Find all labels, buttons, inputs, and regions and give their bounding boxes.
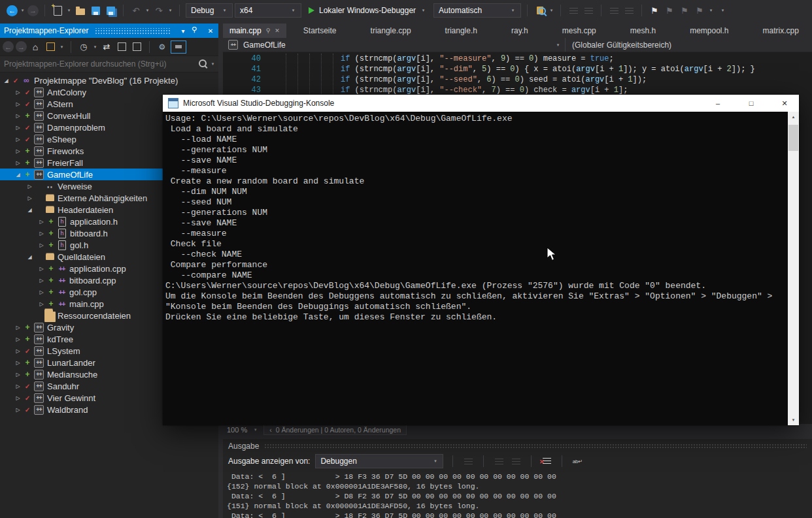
- scroll-down-icon[interactable]: ▼: [788, 415, 799, 425]
- explorer-forward-icon[interactable]: →: [16, 41, 27, 52]
- open-file-icon[interactable]: [74, 3, 87, 18]
- codelens-indicator[interactable]: ‹ 0 Änderungen | 0 Autoren, 0 Änderungen: [263, 425, 407, 435]
- search-caret-icon[interactable]: ▾: [210, 61, 216, 67]
- start-debugging-button[interactable]: Lokaler Windows-Debugger ▾: [303, 3, 431, 18]
- tree-collapsed-icon[interactable]: ▷: [14, 395, 22, 401]
- indent-decrease-icon[interactable]: [567, 3, 580, 18]
- save-icon[interactable]: [89, 3, 102, 18]
- redo-icon[interactable]: ↷: [152, 3, 165, 18]
- tab-mempool.h[interactable]: mempool.h: [673, 24, 745, 38]
- output-panel-header[interactable]: Ausgabe: [223, 439, 812, 453]
- redo-caret-icon[interactable]: ▾: [167, 8, 173, 13]
- solution-configuration-combo[interactable]: Debug ▾: [186, 3, 233, 18]
- solution-platform-combo[interactable]: x64 ▾: [235, 3, 301, 18]
- pending-changes-filter-icon[interactable]: ◷: [77, 40, 90, 54]
- tree-collapsed-icon[interactable]: ▷: [14, 125, 22, 131]
- tree-collapsed-icon[interactable]: ▷: [25, 184, 34, 189]
- refresh-icon[interactable]: ⇄: [100, 40, 113, 54]
- zoom-level-value[interactable]: 100 %: [227, 426, 247, 434]
- tab-Startseite[interactable]: Startseite: [286, 24, 354, 38]
- tree-collapsed-icon[interactable]: ▷: [14, 89, 22, 95]
- console-title-bar[interactable]: Microsoft Visual Studio-Debugging-Konsol…: [163, 95, 799, 112]
- tree-collapsed-icon[interactable]: ▷: [14, 148, 22, 154]
- bookmark-caret-icon[interactable]: ▾: [708, 8, 714, 13]
- find-caret-icon[interactable]: ▾: [549, 8, 554, 13]
- tree-collapsed-icon[interactable]: ▷: [37, 242, 46, 248]
- tree-collapsed-icon[interactable]: ▷: [37, 289, 46, 295]
- tab-main.cpp[interactable]: main.cpp⚲✕: [223, 24, 286, 38]
- previous-bookmark-icon[interactable]: ⚑: [663, 3, 676, 18]
- toolbar-overflow-icon[interactable]: ▾: [720, 8, 726, 13]
- tab-mesh.h[interactable]: mesh.h: [613, 24, 673, 38]
- project-dropdown[interactable]: ++ GameOfLife ▾: [223, 38, 566, 52]
- save-all-icon[interactable]: [104, 3, 117, 18]
- tree-collapsed-icon[interactable]: ▷: [37, 219, 46, 225]
- tree-expanded-icon[interactable]: ◢: [2, 78, 10, 84]
- clear-bookmarks-icon[interactable]: ⚑: [693, 3, 706, 18]
- new-file-icon[interactable]: [51, 3, 64, 18]
- tree-collapsed-icon[interactable]: ▷: [14, 137, 22, 142]
- tree-collapsed-icon[interactable]: ▷: [25, 195, 34, 201]
- tab-matrix.cpp[interactable]: matrix.cpp: [746, 24, 812, 38]
- close-icon[interactable]: ✕: [275, 27, 280, 34]
- tree-collapsed-icon[interactable]: ▷: [37, 231, 46, 236]
- console-output[interactable]: Usage: C:\Users\Werner\source\repos\DevB…: [163, 112, 799, 425]
- close-icon[interactable]: ✕: [770, 95, 799, 112]
- properties-wrench-icon[interactable]: ⚙: [156, 40, 169, 54]
- navigate-forward-icon[interactable]: →: [27, 5, 39, 16]
- debug-console-window[interactable]: Microsoft Visual Studio-Debugging-Konsol…: [163, 95, 799, 425]
- solution-search-input[interactable]: [0, 59, 197, 69]
- output-text[interactable]: Data: < 6 ] > 18 F3 36 D7 5D 00 00 00 00…: [223, 469, 812, 518]
- attach-mode-combo[interactable]: Automatisch ▾: [433, 3, 521, 18]
- next-message-icon[interactable]: [510, 455, 522, 467]
- tab-ray.h[interactable]: ray.h: [494, 24, 545, 38]
- tree-collapsed-icon[interactable]: ▷: [37, 301, 46, 307]
- find-in-files-icon[interactable]: [533, 3, 547, 18]
- tab-mesh.cpp[interactable]: mesh.cpp: [545, 24, 613, 38]
- pin-icon[interactable]: ⚲: [192, 25, 202, 36]
- tree-expanded-icon[interactable]: ◢: [25, 207, 34, 213]
- zoom-caret-icon[interactable]: ▾: [252, 427, 258, 432]
- tree-collapsed-icon[interactable]: ▷: [14, 407, 22, 413]
- tree-collapsed-icon[interactable]: ▷: [14, 372, 22, 378]
- tree-collapsed-icon[interactable]: ▷: [14, 336, 22, 342]
- minimize-icon[interactable]: –: [703, 95, 732, 112]
- tab-triangle.h[interactable]: triangle.h: [428, 24, 494, 38]
- previous-message-icon[interactable]: [493, 455, 505, 467]
- toggle-word-wrap-icon[interactable]: ab↵: [571, 455, 583, 467]
- preview-selected-items-toggle[interactable]: [171, 40, 186, 54]
- scroll-up-icon[interactable]: ▲: [788, 112, 799, 122]
- tree-collapsed-icon[interactable]: ▷: [14, 113, 22, 119]
- close-icon[interactable]: ✕: [205, 25, 216, 36]
- tree-collapsed-icon[interactable]: ▷: [14, 101, 22, 107]
- next-bookmark-icon[interactable]: ⚑: [678, 3, 691, 18]
- collapse-all-icon[interactable]: [115, 40, 128, 54]
- filter-caret-icon[interactable]: ▾: [92, 44, 98, 50]
- undo-icon[interactable]: ↶: [129, 3, 143, 18]
- uncomment-icon[interactable]: [622, 3, 635, 18]
- tab-triangle.cpp[interactable]: triangle.cpp: [354, 24, 428, 38]
- find-message-icon[interactable]: [462, 455, 474, 467]
- panel-drag-grip[interactable]: [95, 28, 171, 34]
- window-position-icon[interactable]: ▾: [178, 25, 188, 36]
- show-all-files-icon[interactable]: [130, 40, 143, 54]
- bookmark-icon[interactable]: ⚑: [648, 3, 661, 18]
- tree-item[interactable]: ◢✓∞Projektmappe "DevBlog" (16 Projekte): [0, 74, 218, 86]
- tree-expanded-icon[interactable]: ◢: [14, 172, 22, 178]
- tree-expanded-icon[interactable]: ◢: [25, 254, 34, 260]
- tree-collapsed-icon[interactable]: ▷: [37, 278, 46, 283]
- undo-caret-icon[interactable]: ▾: [144, 8, 150, 13]
- output-source-combo[interactable]: Debuggen ▾: [315, 454, 443, 468]
- tree-collapsed-icon[interactable]: ▷: [14, 325, 22, 331]
- navigate-back-icon[interactable]: ←: [7, 5, 18, 16]
- pin-icon[interactable]: ⚲: [266, 27, 271, 34]
- navigate-back-caret-icon[interactable]: ▾: [20, 8, 25, 13]
- comment-icon[interactable]: [607, 3, 620, 18]
- home-icon[interactable]: ⌂: [29, 40, 42, 54]
- indent-increase-icon[interactable]: [582, 3, 595, 18]
- explorer-back-icon[interactable]: ←: [3, 41, 14, 52]
- sync-with-active-document-icon[interactable]: [44, 40, 57, 54]
- tree-collapsed-icon[interactable]: ▷: [14, 383, 22, 389]
- tree-collapsed-icon[interactable]: ▷: [14, 360, 22, 366]
- scope-dropdown[interactable]: (Globaler Gültigkeitsbereich): [566, 38, 812, 52]
